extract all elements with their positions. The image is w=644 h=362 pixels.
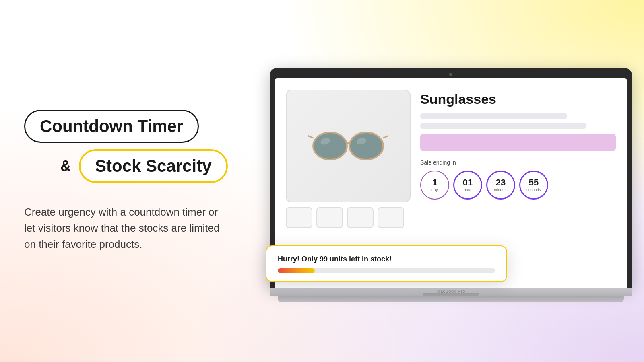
stock-scarcity-badge: Stock Scarcity bbox=[79, 149, 228, 183]
product-title: Sunglasses bbox=[420, 91, 616, 107]
timer-seconds-unit: seconds bbox=[526, 188, 541, 192]
svg-line-2 bbox=[308, 134, 313, 138]
badge-row-first: Countdown Timer bbox=[24, 110, 233, 143]
thumbnail-2[interactable] bbox=[316, 207, 343, 228]
sale-ending-label: Sale ending in bbox=[420, 159, 616, 166]
ampersand-text: & bbox=[60, 158, 71, 175]
laptop-base: MacBook Pro bbox=[270, 288, 632, 296]
thumbnail-1[interactable] bbox=[286, 207, 312, 228]
laptop-notch bbox=[423, 293, 479, 296]
badge2-text: Stock Scarcity bbox=[95, 156, 212, 176]
skeleton-description-1 bbox=[420, 113, 567, 119]
svg-line-3 bbox=[383, 134, 388, 138]
left-panel: Countdown Timer & Stock Scarcity Create … bbox=[0, 0, 258, 362]
stock-message: Hurry! Only 99 units left in stock! bbox=[278, 255, 495, 263]
thumbnail-row bbox=[286, 207, 411, 228]
product-image-main bbox=[286, 90, 411, 202]
timer-minutes-unit: minutes bbox=[494, 188, 508, 192]
add-to-cart-skeleton[interactable] bbox=[420, 134, 616, 151]
timer-seconds: 55 seconds bbox=[519, 171, 548, 200]
description-text: Create urgency with a countdown timer or… bbox=[24, 204, 225, 253]
sunglasses-illustration bbox=[308, 122, 388, 170]
badge1-text: Countdown Timer bbox=[40, 117, 183, 136]
timer-hour-unit: hour bbox=[464, 188, 471, 192]
timer-day-unit: day bbox=[431, 188, 438, 192]
laptop-foot bbox=[278, 296, 624, 302]
svg-point-1 bbox=[349, 132, 383, 160]
timer-seconds-value: 55 bbox=[529, 178, 539, 187]
skeleton-description-2 bbox=[420, 123, 586, 129]
timer-day: 1 day bbox=[420, 171, 449, 200]
progress-bar-fill bbox=[278, 268, 315, 273]
timer-minutes: 23 minutes bbox=[486, 171, 515, 200]
right-panel: Sunglasses Sale ending in 1 day bbox=[258, 0, 644, 362]
title-section: Countdown Timer & Stock Scarcity bbox=[24, 110, 233, 189]
badge-row-second: & Stock Scarcity bbox=[56, 149, 233, 183]
timer-hour-value: 01 bbox=[463, 178, 473, 187]
page-content: Countdown Timer & Stock Scarcity Create … bbox=[0, 0, 644, 362]
timer-day-value: 1 bbox=[432, 178, 437, 187]
thumbnail-3[interactable] bbox=[347, 207, 374, 228]
timer-hour: 01 hour bbox=[453, 171, 482, 200]
timer-minutes-value: 23 bbox=[496, 178, 506, 187]
progress-bar-background bbox=[278, 268, 495, 273]
stock-scarcity-card: Hurry! Only 99 units left in stock! bbox=[266, 245, 507, 282]
thumbnail-4[interactable] bbox=[378, 207, 404, 228]
timer-circles: 1 day 01 hour 23 minutes bbox=[420, 171, 616, 200]
countdown-timer-badge: Countdown Timer bbox=[24, 110, 199, 143]
laptop-bezel-top bbox=[275, 73, 627, 78]
svg-point-0 bbox=[313, 132, 347, 160]
laptop: Sunglasses Sale ending in 1 day bbox=[270, 68, 632, 302]
laptop-camera bbox=[449, 73, 452, 76]
